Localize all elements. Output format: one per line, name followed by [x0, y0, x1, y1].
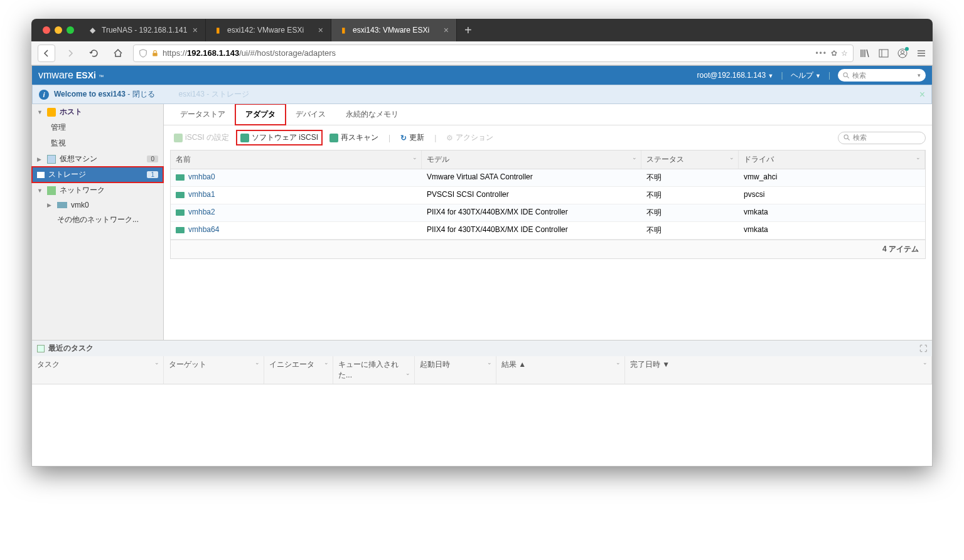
table-row[interactable]: vmhba0Vmware Virtual SATA Controller不明vm…: [171, 169, 925, 187]
tcol-task[interactable]: タスク⌄: [32, 356, 164, 384]
adapter-name-link[interactable]: vmhba64: [171, 222, 422, 239]
browser-tab-esxi142[interactable]: ▮ esxi142: VMware ESXi ×: [206, 19, 331, 41]
tasks-header[interactable]: 最近のタスク ⛶: [32, 341, 932, 356]
new-tab-button[interactable]: +: [457, 23, 479, 38]
network-icon: [47, 186, 56, 195]
info-icon: i: [39, 90, 49, 100]
nav-host[interactable]: ▼ ホスト: [32, 104, 163, 120]
browser-tab-truenas[interactable]: ◆ TrueNAS - 192.168.1.141 ×: [80, 19, 206, 41]
nav-label: vmk0: [71, 201, 89, 209]
tab-device[interactable]: デバイス: [286, 104, 336, 125]
adapter-status: 不明: [641, 204, 739, 221]
sort-icon[interactable]: ⌄: [632, 154, 637, 161]
table-row[interactable]: vmhba1PVSCSI SCSI Controller不明pvscsi: [171, 187, 925, 204]
tcol-complete[interactable]: 完了日時 ▼⌄: [625, 356, 932, 384]
url-input[interactable]: https://192.168.1.143/ui/#/host/storage/…: [133, 45, 854, 62]
close-icon[interactable]: ×: [919, 89, 925, 100]
browser-tab-esxi143[interactable]: ▮ esxi143: VMware ESXi ×: [331, 19, 457, 41]
truenas-favicon-icon: ◆: [88, 26, 97, 34]
tab-title: esxi143: VMware ESXi: [353, 26, 429, 34]
adapter-driver: pvscsi: [739, 187, 925, 204]
tab-adapter[interactable]: アダプタ: [235, 104, 286, 125]
page-actions-icon[interactable]: •••: [815, 49, 827, 58]
close-window-icon[interactable]: [43, 26, 50, 34]
col-driver[interactable]: ドライバ⌄: [739, 151, 925, 169]
global-search-input[interactable]: 検索 ▾: [838, 69, 926, 82]
expand-icon[interactable]: ▶: [37, 156, 43, 162]
action-button[interactable]: ⚙ アクション: [442, 130, 497, 145]
btn-label: アクション: [456, 132, 493, 143]
tcol-initiator[interactable]: イニシエータ⌄: [264, 356, 333, 384]
help-menu[interactable]: ヘルプ ▼: [791, 70, 821, 81]
collapse-icon[interactable]: ▼: [37, 109, 43, 115]
nav-host-manage[interactable]: 管理: [32, 120, 163, 135]
minimize-window-icon[interactable]: [55, 26, 62, 34]
svg-point-8: [844, 73, 847, 77]
close-icon[interactable]: ×: [193, 25, 198, 35]
table-row[interactable]: vmhba64PIIX4 for 430TX/440BX/MX IDE Cont…: [171, 222, 925, 240]
tcol-queued[interactable]: キューに挿入された...⌄: [333, 356, 415, 384]
col-status[interactable]: ステータス⌄: [641, 151, 739, 169]
expand-icon[interactable]: ▶: [47, 202, 53, 208]
collapse-icon[interactable]: ▼: [37, 188, 43, 194]
adapter-model: Vmware Virtual SATA Controller: [422, 169, 641, 186]
count-badge: 1: [147, 171, 158, 178]
table-row[interactable]: vmhba2PIIX4 for 430TX/440BX/MX IDE Contr…: [171, 204, 925, 222]
library-icon[interactable]: [860, 48, 870, 58]
gear-icon: ⚙: [446, 134, 453, 142]
expand-icon[interactable]: ⛶: [919, 344, 927, 353]
nav-label: 仮想マシン: [60, 154, 97, 164]
reload-button[interactable]: [85, 45, 103, 62]
rescan-button[interactable]: 再スキャン: [326, 130, 382, 145]
adapter-name-link[interactable]: vmhba2: [171, 204, 422, 221]
permissions-icon[interactable]: ✿: [831, 49, 837, 58]
navigator: ▼ ホスト 管理 監視 ▶ 仮想マシン 0 ストレージ 1: [32, 104, 164, 340]
svg-rect-0: [153, 53, 158, 56]
forward-button[interactable]: [62, 45, 79, 62]
refresh-button[interactable]: ↻ 更新: [397, 130, 428, 145]
tcol-start[interactable]: 起動日時⌄: [415, 356, 496, 384]
nav-vm[interactable]: ▶ 仮想マシン 0: [32, 151, 163, 167]
search-icon: [843, 72, 850, 79]
svg-point-10: [844, 135, 848, 139]
adapter-model: PVSCSI SCSI Controller: [422, 187, 641, 204]
maximize-window-icon[interactable]: [67, 26, 74, 34]
sort-icon[interactable]: ⌄: [412, 154, 417, 161]
col-model[interactable]: モデル⌄: [422, 151, 641, 169]
adapter-name-link[interactable]: vmhba1: [171, 187, 422, 204]
adapter-name-link[interactable]: vmhba0: [171, 169, 422, 186]
tcol-result[interactable]: 結果 ▲⌄: [496, 356, 625, 384]
account-icon[interactable]: [897, 48, 908, 58]
user-menu[interactable]: root@192.168.1.143 ▼: [697, 71, 774, 80]
software-iscsi-button[interactable]: ソフトウェア iSCSI: [237, 130, 322, 145]
menu-icon[interactable]: [916, 48, 926, 58]
nav-network-other[interactable]: その他のネットワーク...: [32, 212, 163, 228]
toolbar: iSCSI の設定 ソフトウェア iSCSI 再スキャン | ↻ 更新: [164, 125, 932, 150]
svg-line-9: [847, 76, 849, 78]
close-icon[interactable]: ×: [318, 25, 323, 35]
home-button[interactable]: [109, 45, 127, 62]
tcol-target[interactable]: ターゲット⌄: [164, 356, 264, 384]
welcome-close-link[interactable]: 閉じる: [132, 90, 155, 98]
nav-label: ネットワーク: [60, 185, 105, 196]
tab-pmem[interactable]: 永続的なメモリ: [336, 104, 409, 125]
tab-datastore[interactable]: データストア: [170, 104, 235, 125]
grid-search-input[interactable]: 検索: [838, 132, 926, 144]
nav-vmk0[interactable]: ▶ vmk0: [32, 198, 163, 212]
hba-icon: [176, 174, 185, 181]
col-name[interactable]: 名前⌄: [171, 151, 422, 169]
nav-network[interactable]: ▼ ネットワーク: [32, 182, 163, 198]
nav-host-monitor[interactable]: 監視: [32, 135, 163, 151]
caret-down-icon: ▼: [768, 73, 774, 79]
nav-storage[interactable]: ストレージ 1: [32, 167, 163, 182]
close-icon[interactable]: ×: [444, 25, 449, 35]
sort-icon[interactable]: ⌄: [916, 154, 921, 161]
sidebar-icon[interactable]: [879, 48, 889, 58]
bookmark-icon[interactable]: ☆: [841, 49, 848, 58]
adapter-icon: [174, 134, 183, 142]
back-button[interactable]: [38, 45, 55, 62]
brand: vmware ESXi ™: [38, 70, 104, 81]
iscsi-config-button[interactable]: iSCSI の設定: [170, 130, 233, 145]
caret-down-icon: ▼: [815, 73, 821, 79]
sort-icon[interactable]: ⌄: [729, 154, 734, 161]
